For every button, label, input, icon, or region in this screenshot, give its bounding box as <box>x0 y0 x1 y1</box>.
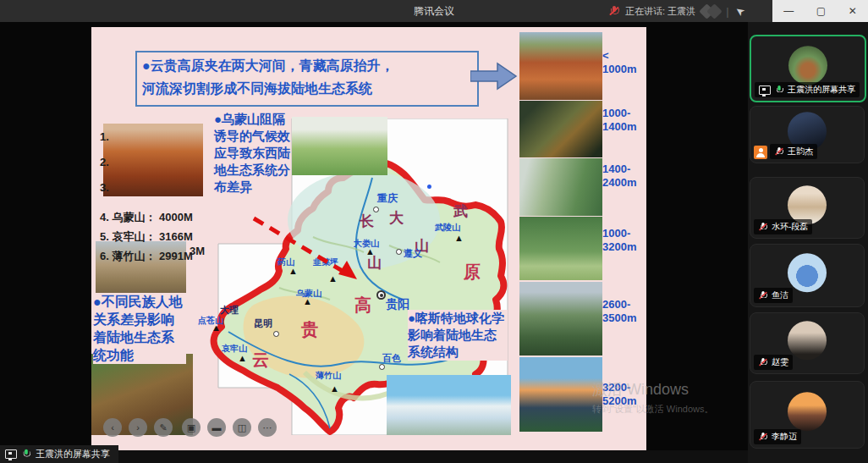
elev-range-line1: 2600- <box>602 298 646 311</box>
mountain-list-item: 2. <box>100 156 109 168</box>
elev-range-line1: 1400- <box>602 163 646 176</box>
elev-range-line1: < <box>602 49 646 63</box>
avatar <box>788 253 827 292</box>
map-label: 点苍山 <box>198 315 223 327</box>
shared-screen-slide: ●云贵高原夹在两大河间，青藏高原抬升， 河流深切割形成不同海拔陆地生态系统 <box>91 27 646 450</box>
participant-name: 鱼洁 <box>772 289 788 301</box>
avatar <box>788 392 827 431</box>
map-label: 遵义 <box>404 247 422 260</box>
red-dashed-arrow <box>245 210 372 295</box>
map-label: 重庆 <box>377 191 398 206</box>
elevation-label: 3200-5200m <box>602 381 646 408</box>
elevation-label: 1000-1400m <box>602 107 646 134</box>
map-label: 百色 <box>382 352 401 365</box>
close-button[interactable]: ✕ <box>849 5 857 17</box>
comment-icon[interactable]: ◫ <box>233 418 251 437</box>
participant-name-chip: 赵雯 <box>754 355 793 370</box>
participant-name: 王震洪的屏幕共享 <box>788 84 855 96</box>
map-label: 原 <box>464 261 481 284</box>
elevation-label: <1000m <box>602 49 646 76</box>
pen-icon[interactable]: ✎ <box>154 418 173 437</box>
pine-pool-photo <box>387 375 511 435</box>
mic-muted-icon <box>609 6 619 17</box>
host-role-icon <box>754 146 767 159</box>
elev-range-line2: 2400m <box>602 176 646 190</box>
right-block-arrow <box>470 61 518 91</box>
cliff-forest-photo <box>519 158 602 216</box>
elevation-label: 1400-2400m <box>602 163 646 190</box>
participant-tile[interactable]: 鱼洁 <box>750 244 865 307</box>
participant-tile[interactable]: 赵雯 <box>750 312 865 374</box>
mic-muted-icon <box>759 357 767 367</box>
map-label: 云 <box>252 349 269 372</box>
capital-ring-marker <box>376 290 386 300</box>
mountain-list-item: 3. <box>100 181 109 194</box>
tencent-meeting-logo-icon <box>701 6 720 17</box>
elev-range-line1: 1000- <box>602 227 646 240</box>
titlebar-divider: | <box>726 5 728 18</box>
map-label: 哀牢山 <box>222 343 247 355</box>
city-ring-marker <box>273 331 279 337</box>
mic-on-icon <box>22 449 31 460</box>
avatar <box>788 185 827 224</box>
frame-icon[interactable]: ▣ <box>182 418 201 437</box>
speaking-indicator: 正在讲话: 王震洪 <box>625 5 695 18</box>
participant-tile[interactable]: 王震洪的屏幕共享 <box>750 35 866 102</box>
shaded-valley-photo <box>519 101 602 157</box>
camera-icon[interactable]: ▬ <box>207 418 226 437</box>
screen-share-banner: 王震洪的屏幕共享 <box>0 445 118 463</box>
participant-tile[interactable]: 李静迈 <box>750 381 865 449</box>
city-ring-marker <box>373 207 379 212</box>
participant-name-chip: 水环-段磊 <box>754 219 812 234</box>
more-icon[interactable]: ⋯ <box>258 418 277 437</box>
headline-line1: ●云贵高原夹在两大河间，青藏高原抬升， <box>142 54 472 77</box>
next-icon[interactable]: › <box>129 418 147 437</box>
meeting-window: 腾讯会议 正在讲话: 王震洪 | ➤ — ▢ ✕ ●云贵高原夹在两大河间，青藏高… <box>0 0 868 463</box>
map-label: 薄竹山 <box>316 370 341 382</box>
karst-wetland-photo <box>292 117 387 175</box>
map-label: 高 <box>354 294 371 317</box>
desert-dune-photo <box>103 124 203 196</box>
map-blue-dot <box>427 185 431 189</box>
maximize-button[interactable]: ▢ <box>816 5 826 17</box>
avatar <box>788 46 827 85</box>
minimize-button[interactable]: — <box>783 5 794 17</box>
mountain-list-item: 1. <box>100 130 109 143</box>
participant-name-chip: 李静迈 <box>754 429 801 444</box>
city-ring-marker <box>396 249 402 255</box>
map-label: 贵阳 <box>386 297 409 312</box>
map-label: 武 <box>453 201 468 221</box>
participant-tile[interactable]: 水环-段磊 <box>750 177 865 239</box>
pine-meadow-grazing-photo <box>519 217 602 280</box>
titlebar: 腾讯会议 正在讲话: 王震洪 | ➤ — ▢ ✕ <box>0 0 868 22</box>
participant-name-chip: 王震洪的屏幕共享 <box>755 82 860 97</box>
bottom-strip <box>0 450 868 463</box>
mountain-list-item: 4. 乌蒙山： 4000M <box>100 210 193 225</box>
screen-share-label: 王震洪的屏幕共享 <box>36 448 110 460</box>
map-label: 昆明 <box>254 317 272 330</box>
mic-muted-icon <box>759 290 767 300</box>
elev-range-line1: 1000- <box>602 107 646 120</box>
participant-name: 李静迈 <box>772 431 797 443</box>
note-wumeng: ●乌蒙山阻隔诱导的气候效应导致东西陆地生态系统分布差异 <box>214 111 290 196</box>
elev-range-line2: 1000m <box>602 63 646 76</box>
mic-muted-icon <box>759 222 767 231</box>
window-controls: — ▢ ✕ <box>772 0 868 22</box>
participant-name: 水环-段磊 <box>772 221 808 233</box>
note-karst: ●喀斯特地球化学影响着陆地生态系统结构 <box>408 310 508 361</box>
headline-textbox: ●云贵高原夹在两大河间，青藏高原抬升， 河流深切割形成不同海拔陆地生态系统 <box>135 51 479 107</box>
dry-hot-valley-photo <box>519 32 602 100</box>
city-ring-marker <box>379 364 385 370</box>
participant-name-chip: 王韵杰 <box>770 144 817 159</box>
participant-name: 赵雯 <box>772 356 788 368</box>
participants-sidebar: 王震洪的屏幕共享王韵杰水环-段磊鱼洁赵雯李静迈 <box>748 22 868 463</box>
elevation-label: 2600-3500m <box>602 298 646 325</box>
elevation-label: 1000-3200m <box>602 227 646 254</box>
elev-range-line2: 5200m <box>602 394 646 408</box>
map-label: 贵 <box>301 318 318 341</box>
screen-share-icon <box>759 85 771 95</box>
prev-icon[interactable]: ‹ <box>103 418 122 437</box>
fir-forest-photo <box>519 282 602 356</box>
participant-tile[interactable]: 王韵杰 <box>750 106 865 163</box>
mic-muted-icon <box>775 146 783 156</box>
